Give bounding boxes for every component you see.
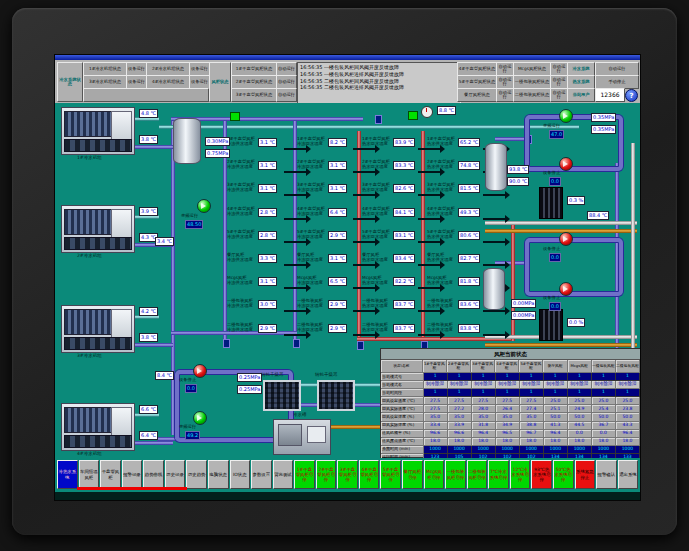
- branch-label: 一楼包装风柜冷冻供水温度: [227, 299, 253, 309]
- fan-status-state[interactable]: 自动运行: [496, 88, 514, 102]
- bottom-button[interactable]: Mcgs风柜启停: [424, 460, 445, 489]
- chiller-status-name[interactable]: 4#冷水机组状态: [146, 75, 190, 89]
- bottom-button[interactable]: 5#干盘管风柜启停: [380, 460, 401, 489]
- bottom-button[interactable]: 93℃热水系统启停: [531, 460, 552, 489]
- table-row: 当前时间段111111111: [381, 389, 640, 397]
- branch-temp-value: 82.6 ℃: [393, 184, 415, 193]
- table-row-label: 当前模式号: [381, 373, 424, 381]
- bottom-button[interactable]: 一楼包装风柜启停: [445, 460, 466, 489]
- bottom-button[interactable]: 2#干盘管风柜启停: [316, 460, 337, 489]
- hot-pump-3-icon[interactable]: [559, 232, 573, 246]
- table-cell: 50.0: [568, 413, 592, 421]
- fan-status-state[interactable]: 自动运行: [550, 75, 568, 89]
- bottom-button[interactable]: 干盘管风柜: [100, 460, 121, 489]
- bottom-button[interactable]: 7℃冷水系统启停: [488, 460, 509, 489]
- chiller-base: [64, 435, 132, 448]
- fan-status-name[interactable]: 5#干盘管风柜状态: [457, 75, 497, 89]
- fan-status-name[interactable]: 一楼包装风柜状态: [513, 75, 551, 89]
- bl-pump-2-value: 49.2: [185, 431, 200, 440]
- flow-arrow-icon: [418, 334, 440, 336]
- bottom-button[interactable]: 趋势曲线: [143, 460, 164, 489]
- hot-sys-state-button[interactable]: 手动停止: [595, 75, 639, 89]
- fan-status-state[interactable]: 自动运行: [276, 62, 297, 76]
- table-cell: 27.5: [424, 405, 448, 413]
- bottom-button[interactable]: 12℃冷水系统启停: [510, 460, 531, 489]
- bottom-button[interactable]: 报警记录: [122, 460, 143, 489]
- branch-label: 一楼包装风柜热水供水温度: [427, 299, 453, 309]
- fan-status-name[interactable]: Mcgs风柜状态: [513, 62, 551, 76]
- bottom-button[interactable]: 历史趋势: [186, 460, 207, 489]
- valve-icon[interactable]: [223, 339, 230, 348]
- bl-pump-1-icon[interactable]: [193, 364, 207, 378]
- fan-status-name[interactable]: 餐厅风柜状态: [457, 88, 497, 102]
- bottom-button[interactable]: 二楼包装风柜启停: [467, 460, 488, 489]
- hot-pump-1-label: 变频运行: [543, 123, 560, 128]
- chiller-status-name[interactable]: 2#冷水机组状态: [146, 62, 190, 76]
- alarm-list[interactable]: 16:56:35 一楼包装风柜回风阀开度反馈故障16:56:35 一楼包装风柜送…: [297, 62, 461, 104]
- bottom-button[interactable]: 冷热水系统: [57, 460, 78, 489]
- flow-arrow-icon: [353, 241, 375, 243]
- fan-status-name[interactable]: 3#干盘管风柜状态: [231, 88, 277, 102]
- fan-status-name[interactable]: 二楼包装风柜状态: [513, 88, 551, 102]
- bottom-button[interactable]: IO状态: [230, 460, 251, 489]
- fan-status-name[interactable]: 1#干盘管风柜状态: [231, 62, 277, 76]
- branch-label: 二楼包装风柜热水供水温度: [427, 323, 453, 333]
- table-cell: 1: [616, 389, 640, 397]
- bottom-button[interactable]: 背光测试: [273, 460, 294, 489]
- fan-status-state[interactable]: 自动运行: [276, 88, 297, 102]
- branch-temp-value: 49.3 ℃: [458, 208, 480, 217]
- fan-status-state[interactable]: 自动运行: [496, 62, 514, 76]
- table-cell: 50.0: [592, 413, 616, 421]
- chiller-status-name[interactable]: 3#冷水机组状态: [83, 75, 127, 89]
- bottom-button[interactable]: 4#干盘管风柜启停: [359, 460, 380, 489]
- fan-status-state[interactable]: 自动运行: [276, 75, 297, 89]
- bottom-button[interactable]: 退出系统: [618, 460, 639, 489]
- chiller-status-state[interactable]: 设备运行: [126, 75, 147, 89]
- fan-status-state[interactable]: 自动运行: [550, 62, 568, 76]
- hot-pump-1-icon[interactable]: [559, 109, 573, 123]
- bottom-button[interactable]: 系统紧急停止: [575, 460, 596, 489]
- table-cell: 制冷除湿: [568, 381, 592, 389]
- bottom-button[interactable]: 餐厅风柜启停: [402, 460, 423, 489]
- chiller-unit[interactable]: [61, 403, 135, 451]
- hot-pump-4-icon[interactable]: [559, 282, 573, 296]
- hot-pump-1-value: 47.0: [549, 130, 564, 139]
- bottom-button[interactable]: 3#干盘管风柜启停: [337, 460, 358, 489]
- chiller-unit[interactable]: [61, 205, 135, 253]
- bottom-button[interactable]: 报警确认: [596, 460, 617, 489]
- fan-status-name[interactable]: 2#干盘管风柜状态: [231, 75, 277, 89]
- valve-icon[interactable]: [293, 339, 300, 348]
- branch-temp-value: 3.1 ℃: [258, 161, 277, 170]
- chiller-unit[interactable]: [61, 107, 135, 155]
- hot-pump-loop-2: [525, 238, 623, 296]
- bottom-button[interactable]: 电脑状态: [208, 460, 229, 489]
- bottom-button[interactable]: 车间恒温风柜: [79, 460, 100, 489]
- chiller-unit[interactable]: [61, 305, 135, 353]
- bl-pump-2-icon[interactable]: [193, 411, 207, 425]
- fan-status-name[interactable]: 4#干盘管风柜状态: [457, 62, 497, 76]
- chiller-status-state[interactable]: 设备运行: [189, 75, 210, 89]
- chiller-return-pipe: [131, 145, 173, 149]
- fan-status-state[interactable]: 自动运行: [550, 88, 568, 102]
- chiller-base: [64, 237, 132, 250]
- chiller-status-state[interactable]: 设备运行: [189, 62, 210, 76]
- bottom-button[interactable]: 1#干盘管风柜启停: [294, 460, 315, 489]
- hot-pump-2-icon[interactable]: [559, 157, 573, 171]
- main-cold-pump-icon[interactable]: [197, 199, 211, 213]
- branch-temp-value: 3.1 ℃: [258, 138, 277, 147]
- bottom-button[interactable]: 参数设置: [251, 460, 272, 489]
- branch-label: 二楼包装风柜热水回水温度: [362, 323, 388, 333]
- help-icon[interactable]: ?: [625, 89, 638, 102]
- valve-icon[interactable]: [357, 341, 364, 350]
- flow-arrow-icon: [284, 148, 306, 150]
- chiller-status-state[interactable]: 设备运行: [126, 62, 147, 76]
- fan-status-state[interactable]: 自动运行: [496, 75, 514, 89]
- valve-icon[interactable]: [375, 115, 382, 124]
- chiller-status-name[interactable]: 1#冷水机组状态: [83, 62, 127, 76]
- buffer-tank: [173, 118, 201, 164]
- cold-sys-state-button[interactable]: 自动运行: [595, 62, 639, 76]
- branch-temp-value: 2.9 ℃: [328, 324, 347, 333]
- cold-water-trough: [273, 419, 331, 455]
- bottom-button[interactable]: 50℃热水系统启停: [553, 460, 574, 489]
- bottom-button[interactable]: 历史记录: [165, 460, 186, 489]
